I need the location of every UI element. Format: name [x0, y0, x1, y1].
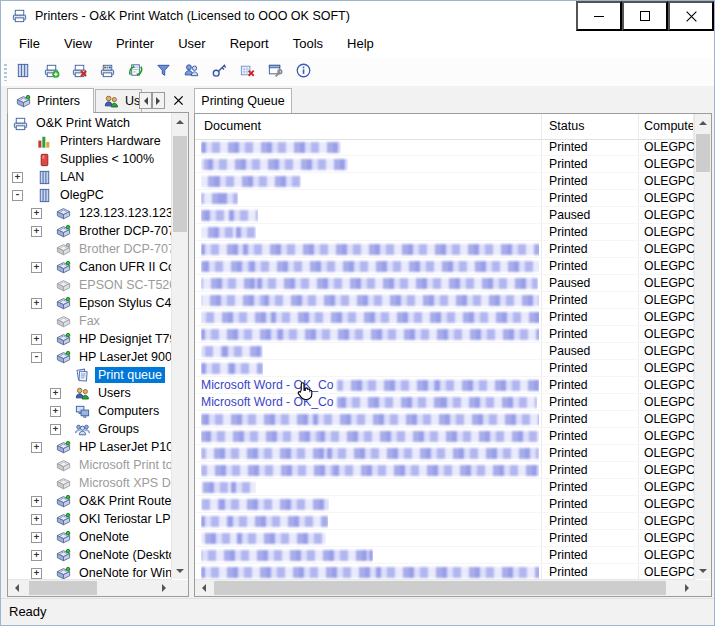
tree-item-lan[interactable]: +LAN: [9, 168, 171, 186]
tree-vertical-scrollbar[interactable]: [171, 113, 188, 579]
scroll-left-button[interactable]: [195, 580, 211, 596]
tree-item-hp-laserjet-9000-p[interactable]: -HP LaserJet 9000 P: [9, 348, 171, 366]
access-key-button[interactable]: [207, 60, 232, 84]
queue-row[interactable]: PrintedOLEGPC: [195, 139, 694, 156]
add-printer-button[interactable]: [39, 60, 64, 84]
queue-row[interactable]: PrintedOLEGPC: [195, 445, 694, 462]
tab-users[interactable]: Users: [95, 89, 142, 112]
queue-row[interactable]: PrintedOLEGPC: [195, 479, 694, 496]
column-header-computer[interactable]: Computer: [644, 114, 699, 139]
tree-item-computers[interactable]: +Computers: [9, 402, 171, 420]
expand-plus-icon[interactable]: +: [31, 298, 42, 309]
expand-plus-icon[interactable]: +: [31, 532, 42, 543]
document-link-text[interactable]: Microsoft Word - OK_Co: [201, 395, 334, 409]
tree-item-onenote[interactable]: +OneNote: [9, 528, 171, 546]
queue-row[interactable]: Microsoft Word - OK_CoPrintedOLEGPC: [195, 394, 694, 411]
tree-item-o-k-print-watch[interactable]: O&K Print Watch: [9, 114, 171, 132]
tree-item-epson-stylus-c45[interactable]: +Epson Stylus C45: [9, 294, 171, 312]
queue-hscroll-thumb[interactable]: [214, 581, 666, 595]
expand-plus-icon[interactable]: +: [31, 226, 42, 237]
queue-row[interactable]: PrintedOLEGPC: [195, 173, 694, 190]
tree-item-oki-teriostar-lp-2[interactable]: +OKI Teriostar LP-2: [9, 510, 171, 528]
menu-printer[interactable]: Printer: [104, 31, 166, 57]
scroll-down-button[interactable]: [695, 563, 711, 579]
queue-row[interactable]: PausedOLEGPC: [195, 207, 694, 224]
queue-row[interactable]: PausedOLEGPC: [195, 343, 694, 360]
tree-item-epson-sc-t5200d[interactable]: EPSON SC-T5200D: [9, 276, 171, 294]
queue-row[interactable]: PrintedOLEGPC: [195, 309, 694, 326]
panel-close-button[interactable]: [169, 92, 187, 109]
collapse-minus-icon[interactable]: -: [31, 352, 42, 363]
tree-item-canon-ufr-ii-colo[interactable]: +Canon UFR II Colo: [9, 258, 171, 276]
expand-plus-icon[interactable]: +: [31, 568, 42, 579]
tree-item-microsoft-xps-do[interactable]: Microsoft XPS Do: [9, 474, 171, 492]
expand-plus-icon[interactable]: +: [31, 514, 42, 525]
tree-item-hp-designjet-t795[interactable]: +HP Designjet T795: [9, 330, 171, 348]
expand-plus-icon[interactable]: +: [50, 388, 61, 399]
menu-report[interactable]: Report: [218, 31, 281, 57]
column-header-status[interactable]: Status: [549, 114, 584, 139]
menu-help[interactable]: Help: [335, 31, 386, 57]
tree-item-123-123-123-123[interactable]: +123.123.123.123: [9, 204, 171, 222]
scroll-right-button[interactable]: [156, 580, 172, 596]
tree-item-users[interactable]: +Users: [9, 384, 171, 402]
expand-plus-icon[interactable]: +: [31, 262, 42, 273]
tree-item-onenote-deskto[interactable]: +OneNote (Deskto: [9, 546, 171, 564]
queue-row[interactable]: PrintedOLEGPC: [195, 428, 694, 445]
queue-row[interactable]: PausedOLEGPC: [195, 275, 694, 292]
menu-tools[interactable]: Tools: [281, 31, 335, 57]
tree-hscroll-thumb[interactable]: [29, 581, 97, 595]
expand-plus-icon[interactable]: +: [31, 208, 42, 219]
queue-horizontal-scrollbar[interactable]: [195, 579, 695, 596]
queue-row[interactable]: Microsoft Word - OK_CoPrintedOLEGPC: [195, 377, 694, 394]
queue-row[interactable]: PrintedOLEGPC: [195, 547, 694, 564]
filter-button[interactable]: [151, 60, 176, 84]
refresh-button[interactable]: [123, 60, 148, 84]
delete-printer-button[interactable]: [67, 60, 92, 84]
toggle-panels-button[interactable]: [11, 60, 36, 84]
queue-row[interactable]: PrintedOLEGPC: [195, 411, 694, 428]
queue-vertical-scrollbar[interactable]: [694, 114, 711, 579]
tree-item-onenote-for-win[interactable]: +OneNote for Win: [9, 564, 171, 579]
queue-row[interactable]: PrintedOLEGPC: [195, 224, 694, 241]
expand-plus-icon[interactable]: +: [50, 406, 61, 417]
tree-item-supplies-100[interactable]: Supplies < 100%: [9, 150, 171, 168]
queue-row[interactable]: PrintedOLEGPC: [195, 462, 694, 479]
queue-row[interactable]: PrintedOLEGPC: [195, 360, 694, 377]
close-button[interactable]: [668, 1, 714, 31]
queue-row[interactable]: PrintedOLEGPC: [195, 496, 694, 513]
queue-row[interactable]: PrintedOLEGPC: [195, 241, 694, 258]
queue-row[interactable]: PrintedOLEGPC: [195, 326, 694, 343]
about-button[interactable]: [291, 60, 316, 84]
tree-item-o-k-print-router[interactable]: +O&K Print Router: [9, 492, 171, 510]
tab-scroll-right-button[interactable]: [152, 92, 165, 109]
tree-item-microsoft-print-to[interactable]: Microsoft Print to: [9, 456, 171, 474]
tree-vscroll-thumb[interactable]: [173, 136, 187, 232]
tab-scroll-left-button[interactable]: [139, 92, 152, 109]
scroll-right-button[interactable]: [679, 580, 695, 596]
tree-item-printers-hardware[interactable]: Printers Hardware: [9, 132, 171, 150]
expand-plus-icon[interactable]: +: [31, 334, 42, 345]
options-button[interactable]: [263, 60, 288, 84]
tree-item-hp-laserjet-p1005[interactable]: +HP LaserJet P1005: [9, 438, 171, 456]
menu-file[interactable]: File: [7, 31, 52, 57]
tree-horizontal-scrollbar[interactable]: [8, 579, 172, 596]
maximize-button[interactable]: [622, 1, 668, 31]
expand-plus-icon[interactable]: +: [31, 442, 42, 453]
queue-row[interactable]: PrintedOLEGPC: [195, 156, 694, 173]
toolbar-gripper[interactable]: [4, 64, 7, 81]
minimize-button[interactable]: [576, 1, 622, 31]
queue-row[interactable]: PrintedOLEGPC: [195, 530, 694, 547]
delete-jobs-button[interactable]: [235, 60, 260, 84]
scroll-up-button[interactable]: [172, 113, 188, 129]
tree-item-olegpc[interactable]: -OlegPC: [9, 186, 171, 204]
queue-vscroll-thumb[interactable]: [696, 134, 710, 172]
tree-item-brother-dcp-7070[interactable]: +Brother DCP-7070: [9, 222, 171, 240]
tree-item-brother-dcp-7070[interactable]: Brother DCP-7070: [9, 240, 171, 258]
tree-item-groups[interactable]: +Groups: [9, 420, 171, 438]
menu-view[interactable]: View: [52, 31, 104, 57]
menu-user[interactable]: User: [166, 31, 217, 57]
users-button[interactable]: [179, 60, 204, 84]
tab-printing-queue[interactable]: Printing Queue: [194, 88, 292, 113]
document-link-text[interactable]: Microsoft Word - OK_Co: [201, 378, 334, 392]
